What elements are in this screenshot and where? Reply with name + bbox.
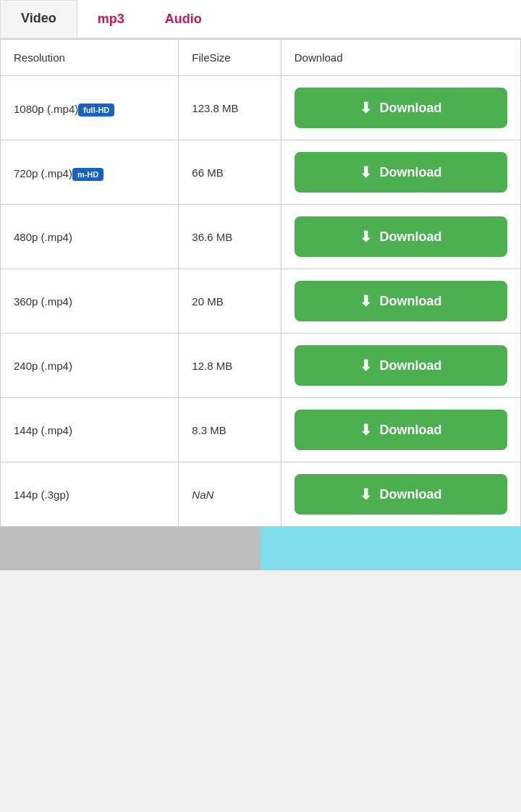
download-icon: ⬇ [360, 228, 372, 245]
download-cell: ⬇Download [281, 76, 520, 140]
download-button[interactable]: ⬇Download [295, 152, 507, 193]
download-icon: ⬇ [360, 292, 372, 310]
download-cell: ⬇Download [281, 269, 520, 334]
table-row: 240p (.mp4)12.8 MB⬇Download [1, 334, 521, 398]
resolution-label: 144p (.3gp) [14, 489, 69, 501]
col-header-download: Download [281, 40, 520, 76]
download-cell: ⬇Download [281, 334, 520, 398]
download-button[interactable]: ⬇Download [295, 216, 507, 257]
resolution-cell: 720p (.mp4)m-HD [1, 140, 179, 205]
resolution-label: 720p (.mp4) [14, 167, 72, 179]
download-button-label: Download [379, 101, 441, 116]
col-header-filesize: FileSize [179, 40, 281, 76]
download-cell: ⬇Download [281, 205, 520, 269]
download-icon: ⬇ [360, 164, 372, 181]
table-row: 144p (.3gp)NaN⬇Download [1, 462, 521, 527]
download-cell: ⬇Download [281, 462, 520, 527]
resolution-cell: 360p (.mp4) [1, 269, 179, 334]
filesize-cell: NaN [179, 462, 281, 527]
download-table: Resolution FileSize Download 1080p (.mp4… [0, 39, 521, 527]
table-row: 720p (.mp4)m-HD66 MB⬇Download [1, 140, 521, 205]
download-button-label: Download [379, 165, 441, 180]
filesize-label: 123.8 MB [179, 76, 281, 140]
resolution-cell: 144p (.mp4) [1, 398, 179, 462]
tab-video[interactable]: Video [0, 0, 77, 38]
download-icon: ⬇ [360, 357, 372, 374]
resolution-cell: 1080p (.mp4)full-HD [1, 76, 179, 140]
filesize-label: 12.8 MB [179, 334, 281, 398]
bottom-bar [0, 527, 521, 570]
tabs-bar: Video mp3 Audio [0, 0, 521, 39]
download-icon: ⬇ [360, 421, 372, 439]
download-cell: ⬇Download [281, 140, 520, 205]
download-cell: ⬇Download [281, 398, 520, 462]
resolution-badge: m-HD [72, 168, 103, 181]
tab-mp3[interactable]: mp3 [77, 0, 145, 38]
resolution-cell: 144p (.3gp) [1, 462, 179, 527]
filesize-label: 20 MB [179, 269, 281, 334]
download-icon: ⬇ [360, 99, 372, 117]
download-button-label: Download [379, 294, 441, 309]
bottom-bar-left [0, 527, 260, 570]
bottom-bar-right [260, 527, 521, 570]
col-header-resolution: Resolution [1, 40, 179, 76]
resolution-cell: 480p (.mp4) [1, 205, 179, 269]
filesize-label: 66 MB [179, 140, 281, 205]
download-button[interactable]: ⬇Download [295, 410, 507, 450]
download-button-label: Download [379, 358, 441, 373]
filesize-label: 36.6 MB [179, 205, 281, 269]
resolution-badge: full-HD [78, 103, 114, 117]
table-row: 144p (.mp4)8.3 MB⬇Download [1, 398, 521, 462]
tab-audio[interactable]: Audio [145, 0, 222, 38]
download-button[interactable]: ⬇Download [295, 88, 507, 128]
download-button-label: Download [379, 487, 441, 502]
download-icon: ⬇ [360, 486, 372, 503]
resolution-label: 1080p (.mp4) [14, 103, 78, 115]
download-button-label: Download [379, 229, 441, 245]
resolution-cell: 240p (.mp4) [1, 334, 179, 398]
filesize-label: NaN [192, 489, 213, 501]
resolution-label: 480p (.mp4) [14, 231, 72, 243]
download-button-label: Download [379, 423, 441, 438]
download-button[interactable]: ⬇Download [295, 474, 507, 515]
table-row: 360p (.mp4)20 MB⬇Download [1, 269, 521, 334]
download-button[interactable]: ⬇Download [295, 345, 507, 386]
resolution-label: 144p (.mp4) [14, 424, 72, 436]
filesize-label: 8.3 MB [179, 398, 281, 462]
download-button[interactable]: ⬇Download [295, 281, 507, 321]
resolution-label: 360p (.mp4) [14, 295, 72, 308]
table-row: 1080p (.mp4)full-HD123.8 MB⬇Download [1, 76, 521, 140]
table-row: 480p (.mp4)36.6 MB⬇Download [1, 205, 521, 269]
resolution-label: 240p (.mp4) [14, 360, 72, 372]
